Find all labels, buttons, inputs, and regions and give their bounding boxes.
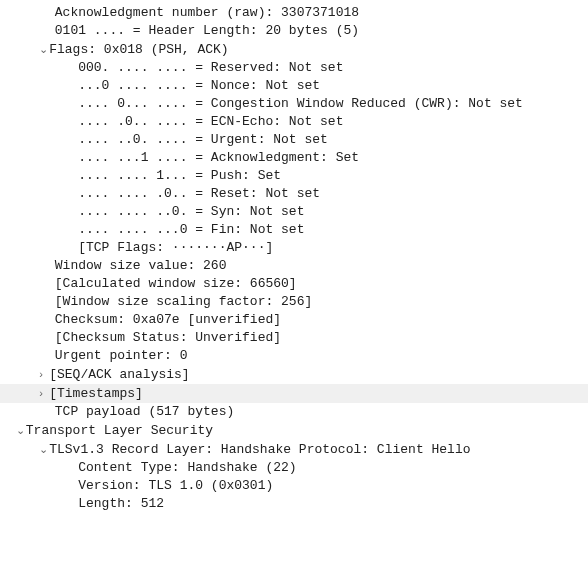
field-flag-urgent[interactable]: .... ..0. .... = Urgent: Not set — [0, 131, 588, 149]
field-checksum-status[interactable]: [Checksum Status: Unverified] — [0, 329, 588, 347]
protocol-tls[interactable]: ⌄Transport Layer Security — [0, 421, 588, 440]
field-text: .... .... .0.. = Reset: Not set — [78, 186, 320, 201]
field-flag-nonce[interactable]: ...0 .... .... = Nonce: Not set — [0, 77, 588, 95]
field-flag-reserved[interactable]: 000. .... .... = Reserved: Not set — [0, 59, 588, 77]
expand-toggle-icon[interactable]: ⌄ — [39, 40, 49, 58]
field-text: [Timestamps] — [49, 386, 143, 401]
field-text: .... ..0. .... = Urgent: Not set — [78, 132, 328, 147]
field-header-length[interactable]: 0101 .... = Header Length: 20 bytes (5) — [0, 22, 588, 40]
field-checksum[interactable]: Checksum: 0xa07e [unverified] — [0, 311, 588, 329]
field-urgent-pointer[interactable]: Urgent pointer: 0 — [0, 347, 588, 365]
field-flag-reset[interactable]: .... .... .0.. = Reset: Not set — [0, 185, 588, 203]
field-version[interactable]: Version: TLS 1.0 (0x0301) — [0, 477, 588, 495]
field-text: .... .... ...0 = Fin: Not set — [78, 222, 304, 237]
field-content-type[interactable]: Content Type: Handshake (22) — [0, 459, 588, 477]
field-text: [Window size scaling factor: 256] — [55, 294, 312, 309]
expand-toggle-icon[interactable]: › — [39, 365, 49, 383]
field-window-size[interactable]: Window size value: 260 — [0, 257, 588, 275]
field-text: 0101 .... = Header Length: 20 bytes (5) — [55, 23, 359, 38]
expand-toggle-icon[interactable]: ⌄ — [39, 440, 49, 458]
field-window-scaling[interactable]: [Window size scaling factor: 256] — [0, 293, 588, 311]
field-text: Checksum: 0xa07e [unverified] — [55, 312, 281, 327]
field-tcp-payload[interactable]: TCP payload (517 bytes) — [0, 403, 588, 421]
field-calc-window-size[interactable]: [Calculated window size: 66560] — [0, 275, 588, 293]
field-text: Window size value: 260 — [55, 258, 227, 273]
field-flag-ecn[interactable]: .... .0.. .... = ECN-Echo: Not set — [0, 113, 588, 131]
field-flag-ack[interactable]: .... ...1 .... = Acknowledgment: Set — [0, 149, 588, 167]
field-tls-record-layer[interactable]: ⌄TLSv1.3 Record Layer: Handshake Protoco… — [0, 440, 588, 459]
field-text: [SEQ/ACK analysis] — [49, 367, 189, 382]
field-flag-fin[interactable]: .... .... ...0 = Fin: Not set — [0, 221, 588, 239]
field-text: Version: TLS 1.0 (0x0301) — [78, 478, 273, 493]
field-flag-push[interactable]: .... .... 1... = Push: Set — [0, 167, 588, 185]
field-text: Urgent pointer: 0 — [55, 348, 188, 363]
field-text: Transport Layer Security — [26, 423, 213, 438]
field-text: .... 0... .... = Congestion Window Reduc… — [78, 96, 523, 111]
field-text: TCP payload (517 bytes) — [55, 404, 234, 419]
field-ack-raw[interactable]: Acknowledgment number (raw): 3307371018 — [0, 4, 588, 22]
field-length[interactable]: Length: 512 — [0, 495, 588, 513]
field-timestamps[interactable]: ›[Timestamps] — [0, 384, 588, 403]
field-text: .... .... ..0. = Syn: Not set — [78, 204, 304, 219]
field-seq-ack-analysis[interactable]: ›[SEQ/ACK analysis] — [0, 365, 588, 384]
field-text: .... .0.. .... = ECN-Echo: Not set — [78, 114, 343, 129]
field-text: 000. .... .... = Reserved: Not set — [78, 60, 343, 75]
field-text: [TCP Flags: ·······AP···] — [78, 240, 273, 255]
field-text: [Checksum Status: Unverified] — [55, 330, 281, 345]
field-flags[interactable]: ⌄Flags: 0x018 (PSH, ACK) — [0, 40, 588, 59]
field-text: Flags: 0x018 (PSH, ACK) — [49, 42, 228, 57]
expand-toggle-icon[interactable]: › — [39, 384, 49, 402]
field-text: TLSv1.3 Record Layer: Handshake Protocol… — [49, 442, 470, 457]
expand-toggle-icon[interactable]: ⌄ — [16, 421, 26, 439]
field-text: ...0 .... .... = Nonce: Not set — [78, 78, 320, 93]
field-tcp-flags-summary[interactable]: [TCP Flags: ·······AP···] — [0, 239, 588, 257]
field-text: Length: 512 — [78, 496, 164, 511]
field-flag-cwr[interactable]: .... 0... .... = Congestion Window Reduc… — [0, 95, 588, 113]
field-text: .... ...1 .... = Acknowledgment: Set — [78, 150, 359, 165]
field-text: .... .... 1... = Push: Set — [78, 168, 281, 183]
field-text: [Calculated window size: 66560] — [55, 276, 297, 291]
field-flag-syn[interactable]: .... .... ..0. = Syn: Not set — [0, 203, 588, 221]
field-text: Content Type: Handshake (22) — [78, 460, 296, 475]
field-text: Acknowledgment number (raw): 3307371018 — [55, 5, 359, 20]
